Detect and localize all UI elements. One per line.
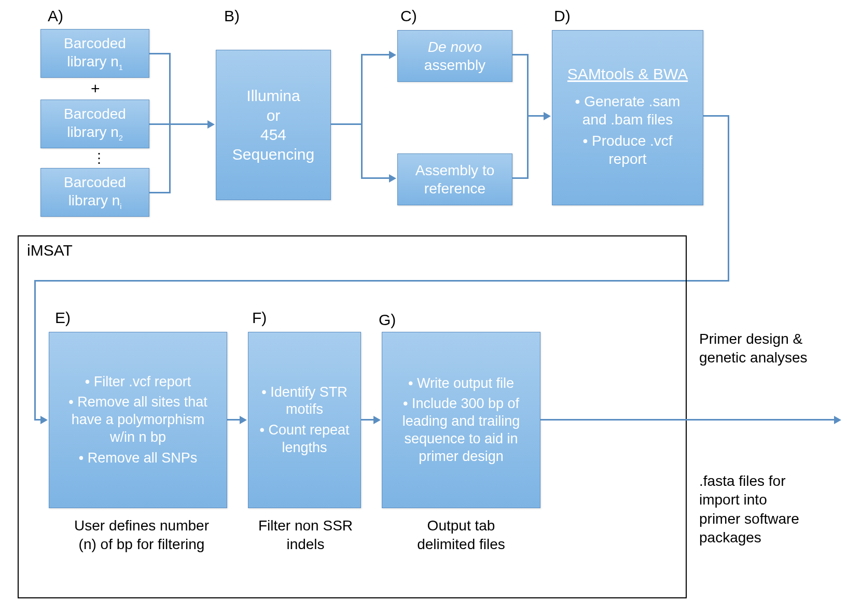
caption-e: User defines number (n) of bp for filter… (61, 516, 222, 554)
conn (728, 115, 729, 281)
e-b2: Remove all sites that have a polymorphis… (59, 394, 217, 446)
e-b1: Filter .vcf report (59, 373, 217, 391)
g-list: Write output file Include 300 bp of lead… (392, 372, 531, 469)
seq-l4: Sequencing (232, 145, 314, 164)
conn (331, 123, 362, 125)
label-c: C) (400, 7, 417, 25)
conn (512, 177, 528, 179)
diagram-canvas: A) B) C) D) Barcoded library n1 + Barcod… (0, 0, 847, 616)
vdots: ⋮ (92, 150, 106, 166)
label-e: E) (55, 309, 71, 327)
cap-f-l2: indels (249, 535, 362, 554)
box-samtools: SAMtools & BWA Generate .sam and .bam fi… (552, 30, 703, 205)
plus-operator: + (91, 80, 100, 97)
lib1-l1: Barcoded (64, 35, 126, 51)
cap-e-l2: (n) of bp for filtering (61, 535, 222, 554)
assref-l1: Assembly to (415, 161, 495, 179)
denovo-l1: De novo (428, 39, 482, 55)
conn (149, 192, 170, 193)
cap-g-l1: Output tab (382, 516, 540, 535)
conn (169, 123, 209, 125)
cap-f-l1: Filter non SSR (249, 516, 362, 535)
arrow-right-icon (240, 416, 247, 424)
box-barcoded-lib-1: Barcoded library n1 (40, 29, 149, 78)
g-b2: Include 300 bp of leading and trailing s… (392, 395, 531, 465)
box-output: Write output file Include 300 bp of lead… (382, 332, 540, 508)
f-b2: Count repeat lengths (258, 422, 351, 457)
conn (361, 419, 374, 421)
seq-l3: 454 (260, 125, 286, 145)
conn (361, 54, 390, 55)
conn (512, 54, 528, 55)
rb-l4: packages (699, 528, 839, 547)
assref-l2: reference (424, 179, 485, 198)
lib2-l1: Barcoded (64, 106, 126, 122)
box-sequencing: Illumina or 454 Sequencing (216, 50, 331, 200)
rb-l2: import into (699, 491, 839, 509)
box-filter-vcf: Filter .vcf report Remove all sites that… (49, 332, 227, 508)
e-b3: Remove all SNPs (59, 450, 217, 467)
conn (361, 177, 390, 179)
f-b1: Identify STR motifs (258, 384, 351, 419)
lib3-sub: i (120, 202, 121, 211)
rt-l2: genetic analyses (699, 348, 839, 367)
arrow-right-icon (389, 51, 396, 59)
cap-g-l2: delimited files (382, 535, 540, 554)
conn (527, 115, 545, 117)
denovo-l2: assembly (424, 56, 485, 74)
rb-l3: primer software (699, 510, 839, 528)
rt-l1: Primer design & (699, 330, 839, 348)
seq-l1: Illumina (246, 86, 300, 106)
samtools-b2: Produce .vcf report (562, 132, 693, 168)
caption-f: Filter non SSR indels (249, 516, 362, 554)
caption-g: Output tab delimited files (382, 516, 540, 554)
lib1-sub: 1 (119, 63, 123, 72)
label-a: A) (48, 7, 63, 25)
conn (149, 123, 170, 125)
arrow-right-icon (389, 174, 396, 183)
lib1-l2p: library n (67, 53, 119, 69)
conn (227, 419, 241, 421)
f-list: Identify STR motifs Count repeat lengths (258, 381, 351, 460)
label-f: F) (252, 309, 267, 327)
box-barcoded-lib-2: Barcoded library n2 (40, 100, 149, 148)
cap-e-l1: User defines number (61, 516, 222, 535)
arrow-right-icon (544, 112, 551, 120)
samtools-b1: Generate .sam and .bam files (562, 92, 693, 129)
conn (361, 54, 363, 178)
rb-l1: .fasta files for (699, 472, 839, 491)
g-b1: Write output file (392, 375, 531, 393)
samtools-title: SAMtools & BWA (567, 64, 688, 84)
e-list: Filter .vcf report Remove all sites that… (59, 370, 217, 470)
right-bottom-text: .fasta files for import into primer soft… (699, 472, 839, 548)
samtools-list: Generate .sam and .bam files Produce .vc… (562, 89, 693, 171)
lib2-sub: 2 (119, 134, 123, 142)
imsat-title: iMSAT (27, 242, 73, 259)
right-top-text: Primer design & genetic analyses (699, 330, 839, 368)
lib3-l2p: library n (68, 192, 120, 208)
lib3-l1: Barcoded (64, 174, 126, 190)
arrow-right-icon (207, 120, 215, 129)
box-barcoded-lib-i: Barcoded library ni (40, 168, 149, 217)
arrow-right-icon (373, 416, 381, 424)
arrow-right-icon (834, 416, 841, 424)
box-assembly-ref: Assembly to reference (397, 153, 512, 205)
label-b: B) (224, 7, 240, 25)
box-str-motifs: Identify STR motifs Count repeat lengths (248, 332, 361, 508)
lib2-l2p: library n (67, 124, 119, 140)
conn (703, 115, 729, 117)
box-denovo: De novo assembly (397, 30, 512, 82)
seq-l2: or (267, 106, 281, 125)
label-d: D) (554, 7, 571, 25)
label-g: G) (379, 311, 396, 329)
conn (540, 419, 835, 421)
conn (149, 53, 170, 54)
